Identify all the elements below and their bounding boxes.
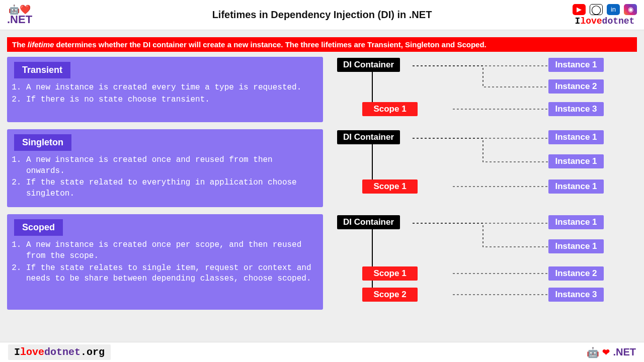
diagram-scoped: DI Container Scope 1 Scope 2 Instance 1 … [332, 214, 637, 310]
dotnet-label: .NET [613, 346, 636, 358]
page-title: Lifetimes in Dependency Injection (DI) i… [212, 9, 432, 21]
footer-brand: Ilovedotnet.org [8, 344, 111, 360]
robot-icon: 🤖❤️ [9, 5, 31, 14]
instance-node: Instance 1 [548, 154, 604, 168]
di-container-node: DI Container [337, 58, 400, 72]
card-title-singleton: Singleton [14, 134, 71, 151]
points-transient: A new instance is created every time a t… [14, 82, 316, 105]
instance-node: Instance 3 [548, 288, 604, 302]
dotnet-text: .NET [7, 14, 32, 25]
youtube-icon[interactable]: ▶ [573, 4, 586, 15]
scope-node: Scope 2 [362, 288, 418, 302]
card-scoped: Scoped A new instance is created once pe… [7, 214, 323, 310]
robot-icon: 🤖 [587, 346, 599, 358]
instance-node: Instance 1 [548, 239, 604, 253]
di-container-node: DI Container [337, 215, 400, 229]
logo-left: 🤖❤️ .NET [7, 5, 32, 25]
points-scoped: A new instance is created once per scope… [14, 240, 316, 284]
dotnet-logo: 🤖❤️ .NET [7, 5, 32, 25]
di-container-node: DI Container [337, 130, 400, 144]
footer: Ilovedotnet.org 🤖 ❤ .NET [0, 342, 644, 362]
diagram-transient: DI Container Scope 1 Instance 1 Instance… [332, 57, 637, 122]
card-title-scoped: Scoped [14, 219, 63, 236]
social-icons: ▶ ◯ in ◉ [573, 4, 637, 15]
footer-right: 🤖 ❤ .NET [587, 346, 636, 358]
instance-node: Instance 1 [548, 130, 604, 144]
header: 🤖❤️ .NET Lifetimes in Dependency Injecti… [0, 0, 644, 30]
instance-node: Instance 2 [548, 79, 604, 94]
scope-node: Scope 1 [362, 102, 418, 116]
points-singleton: A new instance is created once and reuse… [14, 155, 316, 199]
card-singleton: Singleton A new instance is created once… [7, 129, 323, 207]
header-right: ▶ ◯ in ◉ Ilovedotnet [573, 4, 637, 26]
content: Transient A new instance is created ever… [0, 57, 644, 314]
row-transient: Transient A new instance is created ever… [7, 57, 637, 122]
instance-node: Instance 1 [548, 179, 604, 194]
diagram-singleton: DI Container Scope 1 Instance 1 Instance… [332, 129, 637, 200]
instance-node: Instance 1 [548, 58, 604, 72]
row-singleton: Singleton A new instance is created once… [7, 129, 637, 207]
scope-node: Scope 1 [362, 266, 418, 281]
card-title-transient: Transient [14, 62, 70, 78]
card-transient: Transient A new instance is created ever… [7, 57, 323, 122]
github-icon[interactable]: ◯ [590, 4, 603, 15]
instagram-icon[interactable]: ◉ [624, 4, 637, 15]
linkedin-icon[interactable]: in [607, 4, 620, 15]
intro-banner: The lifetime determines whether the DI c… [7, 37, 637, 52]
instance-node: Instance 2 [548, 266, 604, 281]
brand-text-top: Ilovedotnet [575, 16, 635, 26]
instance-node: Instance 1 [548, 215, 604, 229]
heart-icon: ❤ [602, 347, 610, 358]
scope-node: Scope 1 [362, 179, 418, 194]
instance-node: Instance 3 [548, 102, 604, 116]
row-scoped: Scoped A new instance is created once pe… [7, 214, 637, 310]
